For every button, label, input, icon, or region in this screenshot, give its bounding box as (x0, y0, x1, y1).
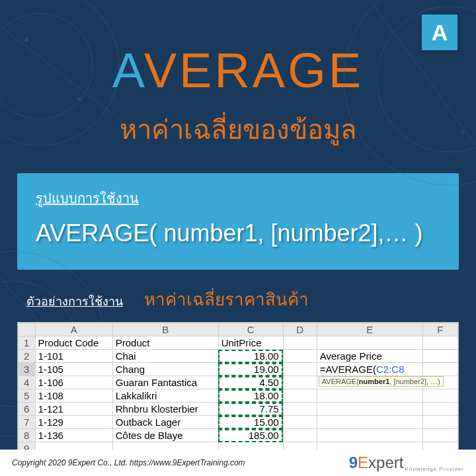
col-header: A (35, 323, 112, 337)
table-row: 3 1-105 Chang 19.00 =AVERAGE(C2:C8 AVERA… (19, 363, 458, 376)
copyright-text: Copyright 2020 9Expert Co., Ltd. https:/… (12, 458, 245, 467)
formula-tooltip: AVERAGE(number1, [number2], …) (319, 376, 444, 387)
hero-title-rest: VERAGE (144, 43, 364, 98)
logo-sub: Knowledge Provider (405, 466, 464, 472)
example-label: ตัวอย่างการใช้งาน (26, 292, 123, 311)
cell[interactable] (422, 429, 457, 442)
cell[interactable]: 1-129 (35, 416, 112, 429)
logo-nine: 9 (349, 454, 358, 472)
column-header-row: A B C D E F (19, 323, 458, 337)
col-header: F (422, 323, 457, 337)
cell[interactable] (317, 389, 422, 403)
formula-cell[interactable]: =AVERAGE(C2:C8 AVERAGE(number1, [number2… (317, 363, 422, 376)
cell[interactable] (283, 389, 317, 403)
cell[interactable]: Lakkalikri (112, 389, 218, 403)
table-row: 5 1-108 Lakkalikri 18.00 (19, 389, 458, 403)
row-header: 5 (19, 389, 36, 403)
cell[interactable]: 4.50 (218, 376, 283, 389)
spreadsheet: A B C D E F 1 Product Code Product UnitP… (17, 322, 459, 456)
corner-cell (19, 323, 36, 337)
col-header: E (317, 323, 422, 337)
cell[interactable] (422, 416, 457, 429)
cell[interactable] (422, 389, 457, 403)
row-header: 3 (19, 363, 36, 376)
cell[interactable] (317, 337, 422, 350)
hero-title: AVERAGE (0, 46, 476, 95)
col-header: C (218, 323, 283, 337)
col-header: D (283, 323, 317, 337)
cell[interactable]: 18.00 (218, 350, 283, 363)
cell[interactable] (283, 350, 317, 363)
logo: 9Expert Knowledge Provider (349, 454, 464, 472)
row-header: 8 (19, 429, 36, 442)
cell[interactable] (422, 403, 457, 416)
formula-fn: =AVERAGE( (320, 364, 376, 375)
cell[interactable] (422, 350, 457, 363)
cell[interactable]: 15.00 (218, 416, 283, 429)
cell[interactable]: 1-106 (35, 376, 112, 389)
cell[interactable] (422, 337, 457, 350)
footer: Copyright 2020 9Expert Co., Ltd. https:/… (0, 450, 476, 476)
syntax-label: รูปแบบการใช้งาน (36, 188, 139, 209)
cell[interactable]: Côtes de Blaye (112, 429, 218, 442)
table-row: 8 1-136 Côtes de Blaye 185.00 (19, 429, 458, 442)
hero-title-accent: A (112, 43, 144, 98)
cell[interactable]: 185.00 (218, 429, 283, 442)
syntax-box: รูปแบบการใช้งาน AVERAGE( number1, [numbe… (17, 173, 459, 270)
cell[interactable]: 18.00 (218, 389, 283, 403)
cell[interactable]: Chai (112, 350, 218, 363)
cell[interactable] (283, 429, 317, 442)
cell[interactable] (283, 363, 317, 376)
example-desc: หาค่าเฉลี่ยราคาสินค้า (144, 286, 309, 313)
formula-ref: C2:C8 (376, 364, 405, 375)
cell[interactable]: 19.00 (218, 363, 283, 376)
hero-subtitle: หาค่าเฉลี่ยของข้อมูล (0, 108, 476, 151)
cell[interactable]: Rhnbru Klosterbier (112, 403, 218, 416)
cell[interactable]: 1-136 (35, 429, 112, 442)
cell[interactable]: 1-108 (35, 389, 112, 403)
table-row: 2 1-101 Chai 18.00 Average Price (19, 350, 458, 363)
row-header: 4 (19, 376, 36, 389)
logo-xpert: xpert (368, 454, 403, 471)
cell[interactable]: UnitPrice (218, 337, 283, 350)
cell[interactable] (422, 363, 457, 376)
example-header: ตัวอย่างการใช้งาน หาค่าเฉลี่ยราคาสินค้า (26, 286, 476, 313)
cell[interactable] (317, 403, 422, 416)
cell[interactable] (317, 429, 422, 442)
cell[interactable] (283, 403, 317, 416)
row-header: 7 (19, 416, 36, 429)
cell[interactable]: Chang (112, 363, 218, 376)
col-header: B (112, 323, 218, 337)
cell[interactable] (283, 416, 317, 429)
hero: AVERAGE หาค่าเฉลี่ยของข้อมูล (0, 0, 476, 151)
cell[interactable]: Guaran Fantastica (112, 376, 218, 389)
cell[interactable]: 1-105 (35, 363, 112, 376)
row-header: 6 (19, 403, 36, 416)
row-header: 1 (19, 337, 36, 350)
cell[interactable]: Product Code (35, 337, 112, 350)
cell[interactable]: Outback Lager (112, 416, 218, 429)
cell[interactable] (317, 416, 422, 429)
cell[interactable]: 7.75 (218, 403, 283, 416)
row-header: 2 (19, 350, 36, 363)
table-row: 1 Product Code Product UnitPrice (19, 337, 458, 350)
table-row: 6 1-121 Rhnbru Klosterbier 7.75 (19, 403, 458, 416)
cell[interactable] (283, 376, 317, 389)
table-row: 7 1-129 Outback Lager 15.00 (19, 416, 458, 429)
cell[interactable]: Average Price (317, 350, 422, 363)
cell[interactable]: 1-121 (35, 403, 112, 416)
syntax-text: AVERAGE( number1, [number2],… ) (36, 219, 440, 247)
cell[interactable]: 1-101 (35, 350, 112, 363)
badge-letter: A (422, 15, 457, 50)
logo-e: E (358, 454, 368, 471)
cell[interactable] (283, 337, 317, 350)
cell[interactable]: Product (112, 337, 218, 350)
